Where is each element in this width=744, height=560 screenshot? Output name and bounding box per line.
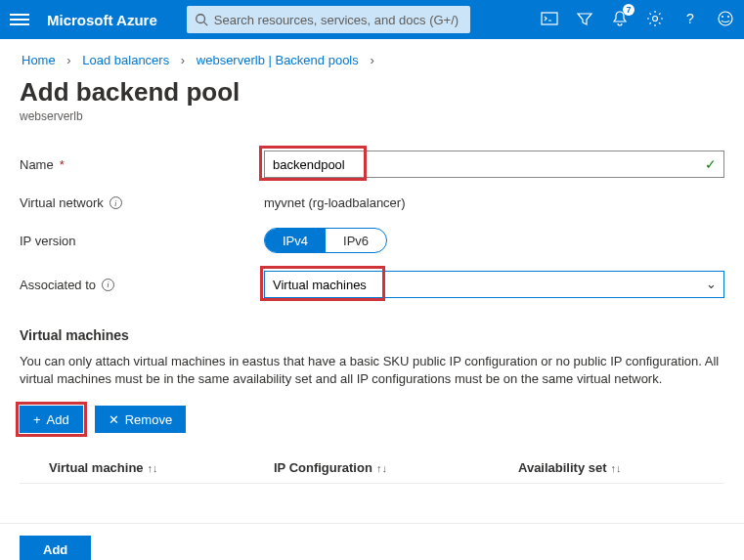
ipversion-toggle: IPv4 IPv6 — [264, 228, 387, 253]
top-nav-bar: Microsoft Azure Search resources, servic… — [0, 0, 744, 39]
breadcrumb-item[interactable]: Load balancers — [82, 53, 169, 67]
svg-point-0 — [197, 15, 205, 23]
add-button[interactable]: Add — [20, 536, 91, 560]
ipv4-option[interactable]: IPv4 — [265, 229, 326, 252]
chevron-right-icon: › — [66, 53, 70, 67]
svg-line-1 — [203, 22, 207, 26]
associated-label: Associated to i — [20, 278, 264, 292]
col-vm[interactable]: Virtual machine ↑↓ — [29, 460, 274, 475]
name-input[interactable] — [264, 151, 724, 178]
breadcrumb-item[interactable]: webserverlb | Backend pools — [197, 53, 359, 67]
sort-icon: ↑↓ — [376, 462, 387, 474]
page-subtitle: webserverlb — [20, 109, 724, 123]
svg-point-7 — [727, 16, 729, 18]
notification-badge: 7 — [623, 4, 635, 16]
search-placeholder: Search resources, services, and docs (G+… — [214, 13, 459, 27]
svg-text:?: ? — [686, 11, 694, 26]
svg-point-5 — [719, 12, 732, 25]
chevron-right-icon: › — [370, 53, 373, 67]
cloud-shell-icon[interactable] — [541, 10, 558, 30]
breadcrumb-item[interactable]: Home — [22, 53, 56, 67]
ipversion-label: IP version — [20, 234, 264, 248]
search-icon — [195, 13, 208, 26]
vnet-value: myvnet (rg-loadbalancer) — [264, 195, 406, 210]
required-star: * — [60, 157, 65, 172]
name-label: Name * — [20, 157, 264, 172]
help-icon[interactable]: ? — [681, 10, 699, 30]
svg-point-3 — [653, 16, 658, 21]
info-icon[interactable]: i — [109, 196, 122, 209]
vnet-label: Virtual network i — [20, 195, 264, 210]
plus-icon: + — [33, 412, 41, 427]
col-avail[interactable]: Availability set ↑↓ — [518, 460, 714, 475]
chevron-right-icon: › — [181, 53, 185, 67]
svg-point-6 — [722, 16, 723, 18]
close-icon: ✕ — [109, 412, 119, 427]
svg-rect-2 — [542, 13, 557, 24]
sort-icon: ↑↓ — [148, 462, 158, 474]
breadcrumb: Home › Load balancers › webserverlb | Ba… — [0, 39, 744, 67]
sort-icon: ↑↓ — [611, 462, 622, 474]
check-icon: ✓ — [705, 156, 717, 172]
feedback-icon[interactable] — [717, 10, 734, 30]
page-title: Add backend pool — [20, 77, 724, 108]
filter-icon[interactable] — [576, 10, 593, 30]
col-ip[interactable]: IP Configuration ↑↓ — [274, 460, 518, 475]
footer-bar: Add — [0, 523, 744, 560]
notifications-icon[interactable]: 7 — [611, 10, 629, 30]
vm-table-header: Virtual machine ↑↓ IP Configuration ↑↓ A… — [20, 452, 724, 484]
associated-select[interactable]: Virtual machines — [264, 271, 724, 298]
settings-icon[interactable] — [646, 10, 664, 30]
ipv6-option[interactable]: IPv6 — [326, 229, 386, 252]
menu-icon[interactable] — [10, 11, 29, 28]
add-vm-button[interactable]: + Add — [20, 406, 83, 433]
vm-section-desc: You can only attach virtual machines in … — [20, 353, 723, 388]
global-search[interactable]: Search resources, services, and docs (G+… — [187, 6, 470, 33]
brand-label: Microsoft Azure — [47, 12, 157, 28]
remove-vm-button[interactable]: ✕ Remove — [95, 406, 186, 433]
info-icon[interactable]: i — [102, 279, 114, 291]
vm-section-title: Virtual machines — [20, 327, 724, 343]
